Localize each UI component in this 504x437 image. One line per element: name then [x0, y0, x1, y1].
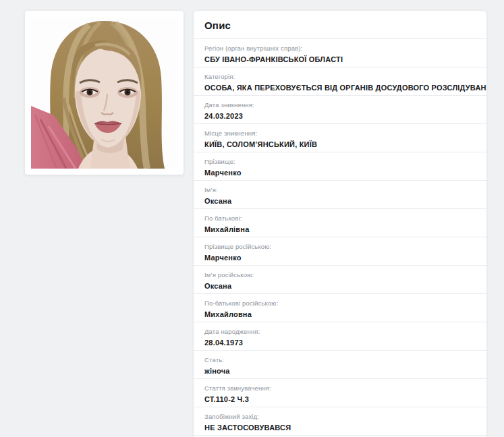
description-panel: Опис Регіон (орган внутрішніх справ): СБ… [194, 11, 486, 437]
field-label: Регіон (орган внутрішніх справ): [204, 45, 476, 52]
field-label: Стать: [204, 356, 476, 363]
field-value: жіноча [204, 367, 476, 376]
field-disappearance-date: Дата зникнення: 24.03.2023 [194, 96, 486, 124]
field-first-name: Ім’я: Оксана [194, 181, 486, 209]
field-value: Марченко [204, 254, 476, 262]
field-first-name-russian: Ім’я російською: Оксана [194, 266, 486, 294]
field-surname-russian: Прізвище російською: Марченко [194, 237, 486, 266]
field-patronymic-russian: По-батькові російською: Михайловна [194, 294, 486, 322]
field-value: 28.04.1973 [204, 339, 476, 347]
field-value: НЕ ЗАСТОСОВУВАВСЯ [204, 424, 476, 432]
panel-title: Опис [194, 11, 486, 39]
field-value: ОСОБА, ЯКА ПЕРЕХОВУЄТЬСЯ ВІД ОРГАНІВ ДОС… [204, 84, 476, 92]
field-label: Прізвище російською: [204, 243, 476, 250]
field-value: КИЇВ, СОЛОМ’ЯНСЬКИЙ, КИЇВ [204, 140, 476, 149]
field-value: СБУ ІВАНО-ФРАНКІВСЬКОЇ ОБЛАСТІ [204, 55, 476, 64]
field-value: Оксана [204, 197, 476, 206]
field-region: Регіон (орган внутрішніх справ): СБУ ІВА… [194, 39, 486, 67]
field-label: Стаття звинувачення: [204, 384, 476, 392]
field-label: Запобіжний захід: [204, 413, 476, 420]
wanted-person-page: { "colors": { "page_bg": "#eff1f3", "car… [0, 0, 504, 437]
field-label: Ім’я російською: [204, 271, 476, 279]
field-label: Дата зникнення: [204, 101, 476, 109]
field-value: Михайлівна [204, 225, 476, 234]
suspect-photo [31, 17, 177, 169]
field-preventive-measure: Запобіжний захід: НЕ ЗАСТОСОВУВАВСЯ [194, 407, 486, 436]
field-label: Дата народження: [204, 328, 476, 335]
field-label: Ім’я: [204, 186, 476, 194]
field-birth-date: Дата народження: 28.04.1973 [194, 322, 486, 351]
field-value: СТ.110-2 Ч.3 [204, 395, 476, 404]
photo-card [25, 11, 184, 175]
field-category: Категорія: ОСОБА, ЯКА ПЕРЕХОВУЄТЬСЯ ВІД … [194, 67, 486, 96]
field-value: Михайловна [204, 310, 476, 319]
field-sex: Стать: жіноча [194, 351, 486, 379]
field-accusation-article: Стаття звинувачення: СТ.110-2 Ч.3 [194, 379, 486, 407]
field-disappearance-place: Місце зникнення: КИЇВ, СОЛОМ’ЯНСЬКИЙ, КИ… [194, 124, 486, 152]
field-label: Категорія: [204, 73, 476, 80]
field-label: По батькові: [204, 214, 476, 222]
field-label: По-батькові російською: [204, 299, 476, 307]
field-patronymic: По батькові: Михайлівна [194, 209, 486, 237]
field-value: Марченко [204, 169, 476, 177]
field-value: 24.03.2023 [204, 112, 476, 121]
field-label: Місце зникнення: [204, 129, 476, 137]
field-surname: Прізвище: Марченко [194, 152, 486, 181]
field-value: Оксана [204, 282, 476, 291]
field-label: Прізвище: [204, 158, 476, 165]
